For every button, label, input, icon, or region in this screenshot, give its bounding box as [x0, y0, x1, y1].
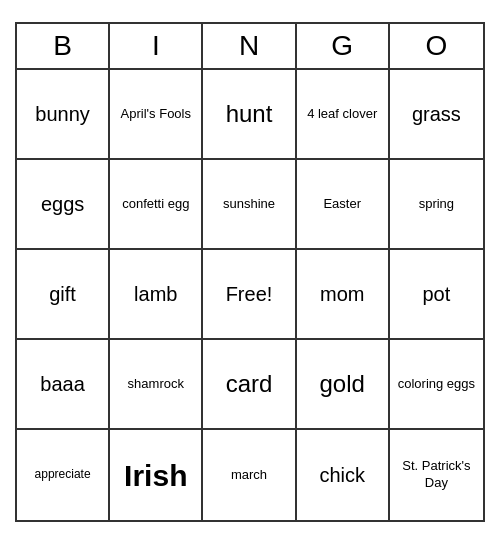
bingo-cell: coloring eggs — [390, 340, 483, 430]
bingo-cell: Irish — [110, 430, 203, 520]
bingo-cell: march — [203, 430, 296, 520]
bingo-cell: Easter — [297, 160, 390, 250]
bingo-cell: chick — [297, 430, 390, 520]
bingo-card: BINGO bunnyApril's Foolshunt4 leaf clove… — [15, 22, 485, 522]
header-letter: G — [297, 24, 390, 68]
header-letter: I — [110, 24, 203, 68]
bingo-header: BINGO — [17, 24, 483, 70]
bingo-cell: gift — [17, 250, 110, 340]
bingo-cell: spring — [390, 160, 483, 250]
bingo-cell: lamb — [110, 250, 203, 340]
bingo-cell: St. Patrick's Day — [390, 430, 483, 520]
bingo-cell: confetti egg — [110, 160, 203, 250]
bingo-cell: shamrock — [110, 340, 203, 430]
bingo-cell: eggs — [17, 160, 110, 250]
bingo-cell: sunshine — [203, 160, 296, 250]
bingo-cell: 4 leaf clover — [297, 70, 390, 160]
bingo-cell: gold — [297, 340, 390, 430]
bingo-cell: card — [203, 340, 296, 430]
bingo-grid: bunnyApril's Foolshunt4 leaf clovergrass… — [17, 70, 483, 520]
bingo-cell: baaa — [17, 340, 110, 430]
header-letter: O — [390, 24, 483, 68]
header-letter: N — [203, 24, 296, 68]
bingo-cell: Free! — [203, 250, 296, 340]
bingo-cell: grass — [390, 70, 483, 160]
bingo-cell: hunt — [203, 70, 296, 160]
header-letter: B — [17, 24, 110, 68]
bingo-cell: mom — [297, 250, 390, 340]
bingo-cell: April's Fools — [110, 70, 203, 160]
bingo-cell: pot — [390, 250, 483, 340]
bingo-cell: bunny — [17, 70, 110, 160]
bingo-cell: appreciate — [17, 430, 110, 520]
